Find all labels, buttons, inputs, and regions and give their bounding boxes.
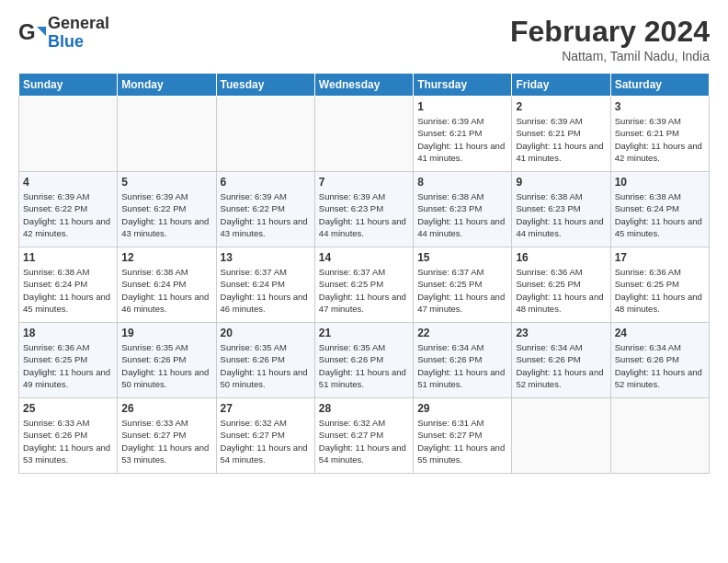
day-info: Sunrise: 6:34 AMSunset: 6:26 PMDaylight:… [417, 341, 507, 390]
calendar-cell [314, 97, 413, 172]
day-info: Sunrise: 6:38 AMSunset: 6:23 PMDaylight:… [417, 190, 507, 239]
day-number: 2 [516, 100, 606, 113]
day-number: 10 [615, 176, 705, 189]
day-number: 24 [615, 327, 705, 339]
day-info: Sunrise: 6:37 AMSunset: 6:25 PMDaylight:… [319, 266, 409, 315]
calendar-cell: 25Sunrise: 6:33 AMSunset: 6:26 PMDayligh… [19, 398, 118, 474]
weekday-header: Friday [512, 74, 610, 97]
month-title: February 2024 [510, 15, 710, 49]
day-number: 1 [417, 100, 507, 113]
calendar-week-row: 1Sunrise: 6:39 AMSunset: 6:21 PMDaylight… [19, 97, 710, 172]
day-number: 16 [516, 251, 606, 264]
day-number: 15 [417, 251, 507, 264]
day-number: 18 [23, 327, 113, 339]
day-number: 4 [23, 176, 113, 189]
calendar-week-row: 4Sunrise: 6:39 AMSunset: 6:22 PMDaylight… [19, 172, 710, 247]
calendar-cell [19, 97, 118, 172]
calendar-cell: 7Sunrise: 6:39 AMSunset: 6:23 PMDaylight… [314, 172, 413, 247]
header: G General Blue February 2024 Nattam, Tam… [18, 15, 710, 63]
calendar: SundayMondayTuesdayWednesdayThursdayFrid… [18, 73, 710, 474]
calendar-cell: 10Sunrise: 6:38 AMSunset: 6:24 PMDayligh… [610, 172, 709, 247]
day-info: Sunrise: 6:33 AMSunset: 6:27 PMDaylight:… [121, 417, 211, 465]
logo-text: General Blue [48, 15, 109, 52]
day-number: 19 [121, 327, 211, 339]
calendar-cell: 2Sunrise: 6:39 AMSunset: 6:21 PMDaylight… [512, 97, 610, 172]
calendar-cell [118, 97, 216, 172]
day-number: 22 [417, 327, 507, 339]
logo-general: General [48, 15, 109, 33]
day-info: Sunrise: 6:36 AMSunset: 6:25 PMDaylight:… [615, 266, 705, 315]
calendar-cell: 23Sunrise: 6:34 AMSunset: 6:26 PMDayligh… [512, 323, 610, 398]
calendar-cell: 22Sunrise: 6:34 AMSunset: 6:26 PMDayligh… [414, 323, 512, 398]
calendar-cell: 8Sunrise: 6:38 AMSunset: 6:23 PMDaylight… [414, 172, 512, 247]
calendar-cell: 27Sunrise: 6:32 AMSunset: 6:27 PMDayligh… [216, 398, 314, 474]
day-number: 11 [23, 251, 113, 264]
calendar-cell: 28Sunrise: 6:32 AMSunset: 6:27 PMDayligh… [314, 398, 413, 474]
weekday-header: Monday [118, 74, 216, 97]
calendar-cell: 1Sunrise: 6:39 AMSunset: 6:21 PMDaylight… [414, 97, 512, 172]
calendar-cell: 24Sunrise: 6:34 AMSunset: 6:26 PMDayligh… [610, 323, 709, 398]
page: G General Blue February 2024 Nattam, Tam… [0, 0, 728, 563]
day-info: Sunrise: 6:39 AMSunset: 6:23 PMDaylight:… [319, 190, 409, 239]
calendar-cell [216, 97, 314, 172]
day-number: 29 [417, 402, 507, 415]
day-number: 6 [221, 176, 311, 189]
day-number: 12 [121, 251, 211, 264]
day-number: 28 [319, 402, 409, 415]
day-info: Sunrise: 6:32 AMSunset: 6:27 PMDaylight:… [221, 417, 311, 465]
calendar-week-row: 11Sunrise: 6:38 AMSunset: 6:24 PMDayligh… [19, 247, 710, 323]
location: Nattam, Tamil Nadu, India [510, 49, 710, 63]
calendar-cell: 9Sunrise: 6:38 AMSunset: 6:23 PMDaylight… [512, 172, 610, 247]
day-info: Sunrise: 6:36 AMSunset: 6:25 PMDaylight:… [516, 266, 606, 315]
day-number: 5 [121, 176, 211, 189]
weekday-header: Thursday [414, 74, 512, 97]
day-info: Sunrise: 6:39 AMSunset: 6:22 PMDaylight:… [23, 190, 113, 239]
day-number: 8 [417, 176, 507, 189]
day-number: 20 [221, 327, 311, 339]
calendar-cell: 6Sunrise: 6:39 AMSunset: 6:22 PMDaylight… [216, 172, 314, 247]
day-info: Sunrise: 6:38 AMSunset: 6:24 PMDaylight:… [615, 190, 705, 239]
day-number: 21 [319, 327, 409, 339]
day-info: Sunrise: 6:39 AMSunset: 6:22 PMDaylight:… [221, 190, 311, 239]
day-info: Sunrise: 6:38 AMSunset: 6:24 PMDaylight:… [121, 266, 211, 315]
calendar-cell: 20Sunrise: 6:35 AMSunset: 6:26 PMDayligh… [216, 323, 314, 398]
day-info: Sunrise: 6:37 AMSunset: 6:24 PMDaylight:… [221, 266, 311, 315]
day-number: 13 [221, 251, 311, 264]
logo-icon: G [18, 19, 46, 47]
svg-marker-1 [37, 27, 46, 36]
day-info: Sunrise: 6:34 AMSunset: 6:26 PMDaylight:… [615, 341, 705, 390]
calendar-cell: 5Sunrise: 6:39 AMSunset: 6:22 PMDaylight… [118, 172, 216, 247]
day-info: Sunrise: 6:39 AMSunset: 6:21 PMDaylight:… [516, 115, 606, 164]
calendar-cell: 13Sunrise: 6:37 AMSunset: 6:24 PMDayligh… [216, 247, 314, 323]
calendar-cell: 11Sunrise: 6:38 AMSunset: 6:24 PMDayligh… [19, 247, 118, 323]
day-info: Sunrise: 6:37 AMSunset: 6:25 PMDaylight:… [417, 266, 507, 315]
calendar-cell: 12Sunrise: 6:38 AMSunset: 6:24 PMDayligh… [118, 247, 216, 323]
calendar-week-row: 18Sunrise: 6:36 AMSunset: 6:25 PMDayligh… [19, 323, 710, 398]
calendar-cell: 19Sunrise: 6:35 AMSunset: 6:26 PMDayligh… [118, 323, 216, 398]
day-number: 14 [319, 251, 409, 264]
day-info: Sunrise: 6:39 AMSunset: 6:22 PMDaylight:… [121, 190, 211, 239]
day-number: 27 [221, 402, 311, 415]
weekday-header: Sunday [19, 74, 118, 97]
day-number: 9 [516, 176, 606, 189]
calendar-cell: 16Sunrise: 6:36 AMSunset: 6:25 PMDayligh… [512, 247, 610, 323]
day-info: Sunrise: 6:35 AMSunset: 6:26 PMDaylight:… [319, 341, 409, 390]
logo: G General Blue [18, 15, 109, 52]
day-number: 17 [615, 251, 705, 264]
day-info: Sunrise: 6:39 AMSunset: 6:21 PMDaylight:… [417, 115, 507, 164]
day-number: 26 [121, 402, 211, 415]
weekday-header: Tuesday [216, 74, 314, 97]
calendar-cell: 29Sunrise: 6:31 AMSunset: 6:27 PMDayligh… [414, 398, 512, 474]
calendar-cell: 14Sunrise: 6:37 AMSunset: 6:25 PMDayligh… [314, 247, 413, 323]
day-number: 25 [23, 402, 113, 415]
day-number: 23 [516, 327, 606, 339]
calendar-cell: 21Sunrise: 6:35 AMSunset: 6:26 PMDayligh… [314, 323, 413, 398]
day-info: Sunrise: 6:33 AMSunset: 6:26 PMDaylight:… [23, 417, 113, 465]
day-info: Sunrise: 6:35 AMSunset: 6:26 PMDaylight:… [221, 341, 311, 390]
day-info: Sunrise: 6:34 AMSunset: 6:26 PMDaylight:… [516, 341, 606, 390]
calendar-cell [512, 398, 610, 474]
calendar-cell: 17Sunrise: 6:36 AMSunset: 6:25 PMDayligh… [610, 247, 709, 323]
calendar-cell: 26Sunrise: 6:33 AMSunset: 6:27 PMDayligh… [118, 398, 216, 474]
day-info: Sunrise: 6:32 AMSunset: 6:27 PMDaylight:… [319, 417, 409, 465]
day-info: Sunrise: 6:36 AMSunset: 6:25 PMDaylight:… [23, 341, 113, 390]
